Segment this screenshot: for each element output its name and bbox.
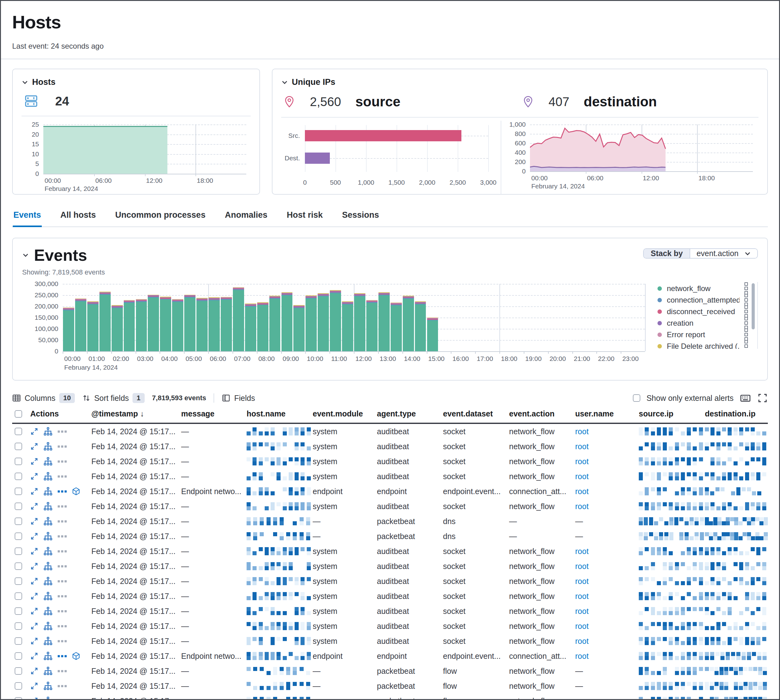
expand-event-icon[interactable] — [30, 622, 38, 630]
row-checkbox[interactable] — [15, 652, 22, 660]
cell-user-name[interactable]: root — [575, 652, 639, 661]
col-source-ip[interactable]: source.ip — [639, 409, 705, 418]
cell-destination-ip[interactable] — [705, 547, 768, 555]
cell-destination-ip[interactable] — [705, 517, 768, 525]
histogram-bar[interactable] — [330, 290, 341, 351]
tab-uncommon-processes[interactable]: Uncommon processes — [115, 208, 206, 227]
cell-timestamp[interactable]: Feb 14, 2024 @ 15:17... — [91, 667, 181, 676]
more-actions-icon[interactable] — [58, 505, 67, 508]
row-checkbox[interactable] — [15, 637, 22, 645]
cell-host-name[interactable] — [246, 682, 313, 690]
expand-event-icon[interactable] — [30, 637, 38, 645]
cell-user-name[interactable]: root — [575, 607, 639, 616]
analyze-event-icon[interactable] — [43, 666, 53, 676]
cell-source-ip[interactable] — [639, 517, 705, 525]
cell-host-name[interactable] — [246, 472, 313, 480]
cell-user-name[interactable]: root — [575, 592, 639, 601]
cell-timestamp[interactable]: Feb 14, 2024 @ 15:17... — [91, 532, 181, 541]
col-event-module[interactable]: event.module — [313, 409, 377, 418]
histogram-bar[interactable] — [293, 305, 304, 351]
cell-host-name[interactable] — [246, 532, 313, 540]
col-destination-ip[interactable]: destination.ip — [705, 409, 768, 418]
analyze-event-icon[interactable] — [43, 457, 53, 466]
col-event-action[interactable]: event.action — [509, 409, 575, 418]
expand-event-icon[interactable] — [30, 592, 38, 600]
more-actions-icon[interactable] — [58, 475, 67, 478]
analyze-event-icon[interactable] — [43, 427, 53, 436]
analyze-event-icon[interactable] — [43, 502, 53, 511]
analyze-event-icon[interactable] — [43, 532, 53, 541]
cell-destination-ip[interactable] — [705, 427, 768, 435]
cell-source-ip[interactable] — [639, 472, 705, 480]
tab-events[interactable]: Events — [13, 208, 42, 227]
histogram-bar[interactable] — [391, 303, 402, 351]
histogram-bar[interactable] — [221, 297, 232, 351]
expand-event-icon[interactable] — [30, 547, 38, 555]
cell-host-name[interactable] — [246, 577, 313, 585]
cell-destination-ip[interactable] — [705, 532, 768, 540]
legend-label[interactable]: connection_attempted — [667, 296, 740, 305]
cell-host-name[interactable] — [246, 502, 313, 510]
tab-host-risk[interactable]: Host risk — [286, 208, 324, 227]
histogram-bar[interactable] — [257, 302, 268, 351]
legend-actions-icon[interactable] — [745, 317, 748, 329]
cell-timestamp[interactable]: Feb 14, 2024 @ 15:17... — [91, 622, 181, 631]
histogram-bar[interactable] — [427, 318, 438, 351]
cell-source-ip[interactable] — [639, 592, 705, 600]
events-panel-header[interactable]: Events — [22, 246, 105, 265]
cell-host-name[interactable] — [246, 562, 313, 570]
cell-host-name[interactable] — [246, 427, 313, 435]
cell-source-ip[interactable] — [639, 547, 705, 555]
legend-actions-icon[interactable] — [745, 305, 748, 318]
histogram-bar[interactable] — [160, 297, 171, 351]
row-checkbox[interactable] — [15, 458, 22, 465]
hosts-panel-header[interactable]: Hosts — [22, 77, 251, 87]
fullscreen-icon[interactable] — [757, 393, 768, 403]
row-checkbox[interactable] — [15, 667, 22, 675]
histogram-bar[interactable] — [306, 295, 317, 351]
cell-timestamp[interactable]: Feb 14, 2024 @ 15:17... — [91, 427, 181, 436]
cell-source-ip[interactable] — [639, 442, 705, 450]
cell-destination-ip[interactable] — [705, 607, 768, 615]
col-agent-type[interactable]: agent.type — [377, 409, 443, 418]
cell-destination-ip[interactable] — [705, 577, 768, 585]
chevron-down-icon[interactable] — [281, 79, 288, 86]
analyze-event-icon[interactable] — [43, 517, 53, 526]
cell-user-name[interactable]: root — [575, 472, 639, 481]
legend-actions-icon[interactable] — [745, 294, 748, 306]
cell-timestamp[interactable]: Feb 14, 2024 @ 15:17... — [91, 637, 181, 646]
cell-host-name[interactable] — [246, 697, 313, 700]
legend-actions-icon[interactable] — [745, 282, 748, 295]
analyze-event-icon[interactable] — [43, 637, 53, 646]
more-actions-icon[interactable] — [58, 460, 67, 463]
cell-destination-ip[interactable] — [705, 652, 768, 660]
histogram-bar[interactable] — [378, 292, 390, 351]
row-checkbox[interactable] — [15, 562, 22, 570]
cell-host-name[interactable] — [246, 592, 313, 600]
expand-event-icon[interactable] — [30, 532, 38, 540]
cell-destination-ip[interactable] — [705, 697, 768, 700]
cell-user-name[interactable]: root — [575, 562, 639, 571]
cell-user-name[interactable]: root — [575, 487, 639, 496]
col-message[interactable]: message — [181, 409, 246, 418]
cell-source-ip[interactable] — [639, 532, 705, 540]
expand-event-icon[interactable] — [30, 562, 38, 570]
endpoint-cube-icon[interactable] — [72, 652, 80, 660]
expand-event-icon[interactable] — [30, 487, 38, 495]
keyboard-icon[interactable] — [740, 392, 751, 404]
more-actions-icon[interactable] — [58, 595, 67, 597]
analyze-event-icon[interactable] — [43, 681, 53, 691]
expand-event-icon[interactable] — [30, 517, 38, 525]
cell-user-name[interactable]: root — [575, 637, 639, 646]
row-checkbox[interactable] — [15, 547, 22, 555]
cell-host-name[interactable] — [246, 547, 313, 555]
select-all-checkbox[interactable] — [15, 410, 22, 418]
cell-user-name[interactable]: root — [575, 457, 639, 466]
histogram-bar[interactable] — [269, 296, 281, 351]
legend-actions-icon[interactable] — [745, 328, 748, 341]
unique-ips-panel-header[interactable]: Unique IPs — [281, 77, 758, 87]
cell-source-ip[interactable] — [639, 622, 705, 630]
cell-destination-ip[interactable] — [705, 442, 768, 450]
stack-by-select[interactable]: event.action — [690, 249, 757, 258]
row-checkbox[interactable] — [15, 607, 22, 615]
